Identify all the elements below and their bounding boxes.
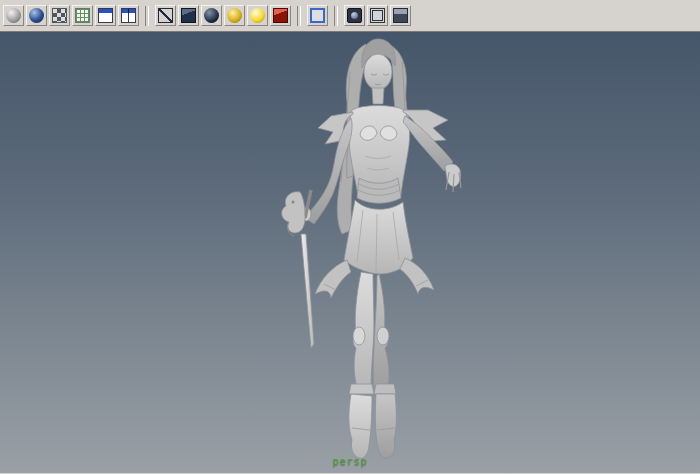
shadows-toggle-button[interactable] xyxy=(270,5,291,26)
character-model[interactable] xyxy=(282,39,461,458)
grid-toggle-icon xyxy=(75,8,90,23)
default-lighting-button[interactable] xyxy=(224,5,245,26)
textured-display-button[interactable] xyxy=(201,5,222,26)
shadows-toggle-icon xyxy=(273,8,288,23)
toolbar-separator xyxy=(334,6,338,26)
wireframe-display-icon xyxy=(158,8,173,23)
wireframe-display-button[interactable] xyxy=(155,5,176,26)
default-lighting-icon xyxy=(227,8,242,23)
four-pane-layout-icon xyxy=(121,8,136,23)
model-canvas[interactable] xyxy=(0,32,700,473)
shaded-sphere-icon xyxy=(29,8,44,23)
panel-menu-icon xyxy=(6,8,21,23)
sword-blade xyxy=(301,234,314,348)
resolution-gate-button[interactable] xyxy=(367,5,388,26)
viewport[interactable]: persp xyxy=(0,32,700,473)
gate-mask-icon xyxy=(393,8,408,23)
boots[interactable] xyxy=(349,384,397,458)
shaded-sphere-button[interactable] xyxy=(26,5,47,26)
checker-map-icon xyxy=(52,8,67,23)
isolate-select-button[interactable] xyxy=(307,5,328,26)
smooth-shade-display-icon xyxy=(181,8,196,23)
checker-map-button[interactable] xyxy=(49,5,70,26)
single-pane-layout-icon xyxy=(98,8,113,23)
textured-display-icon xyxy=(204,8,219,23)
gate-mask-button[interactable] xyxy=(390,5,411,26)
sword-guard xyxy=(282,192,305,233)
panel-menu-button[interactable] xyxy=(3,5,24,26)
smooth-shade-display-button[interactable] xyxy=(178,5,199,26)
grid-toggle-button[interactable] xyxy=(72,5,93,26)
four-pane-layout-button[interactable] xyxy=(118,5,139,26)
use-all-lights-icon xyxy=(250,8,265,23)
camera-name-label: persp xyxy=(332,456,367,467)
toolbar-separator xyxy=(297,6,301,26)
toolbar xyxy=(0,0,700,32)
resolution-gate-icon xyxy=(370,8,385,23)
film-gate-icon xyxy=(347,8,362,23)
legs[interactable] xyxy=(353,272,389,389)
use-all-lights-button[interactable] xyxy=(247,5,268,26)
film-gate-button[interactable] xyxy=(344,5,365,26)
single-pane-layout-button[interactable] xyxy=(95,5,116,26)
head[interactable] xyxy=(364,54,392,104)
toolbar-separator xyxy=(145,6,149,26)
isolate-select-icon xyxy=(310,8,325,23)
